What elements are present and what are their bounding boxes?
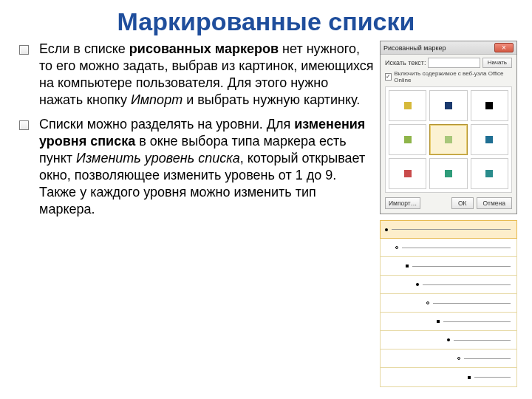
change-list-level-panel [380, 220, 517, 387]
marker-swatch-icon [485, 170, 493, 177]
text-span: Списки можно разделять на уровни. Для [39, 117, 294, 132]
bullet-marker-icon [19, 120, 29, 130]
marker-cell[interactable] [471, 158, 508, 189]
level-row[interactable] [381, 257, 516, 276]
marker-swatch-icon [485, 102, 493, 109]
dialog-body: Искать текст: Начать ✓ Включить содержим… [381, 55, 516, 214]
marker-swatch-icon [404, 136, 412, 143]
marker-cell[interactable] [471, 90, 508, 121]
level-line [412, 266, 511, 267]
level-bullet-icon [406, 265, 409, 267]
import-button[interactable]: Импорт… [385, 197, 420, 209]
slide-title: Маркированные списки [0, 0, 532, 41]
marker-swatch-icon [485, 136, 493, 143]
dialog-title: Рисованный маркер [383, 44, 446, 52]
search-input[interactable] [428, 58, 480, 68]
level-bullet-icon [457, 357, 460, 360]
level-bullet-icon [385, 228, 388, 231]
bullet-item-1: Если в списке рисованных маркеров нет ну… [19, 41, 375, 109]
level-row[interactable] [381, 313, 516, 331]
level-bullet-icon [395, 246, 398, 249]
level-line [464, 358, 511, 359]
marker-cell[interactable] [471, 124, 508, 155]
marker-swatch-icon [445, 170, 452, 177]
close-icon[interactable]: × [494, 43, 514, 52]
level-bullet-icon [437, 320, 440, 323]
level-bullet-icon [416, 283, 419, 286]
bullet-item-2: Списки можно разделять на уровни. Для из… [19, 116, 375, 218]
text-italic: Изменить уровень списка [76, 151, 240, 166]
marker-swatch-icon [404, 170, 412, 177]
marker-cell[interactable] [429, 124, 467, 155]
marker-swatch-icon [404, 102, 412, 109]
cancel-button[interactable]: Отмена [477, 197, 513, 209]
checkbox-label: Включить содержимое с веб-узла Office On… [394, 70, 512, 83]
level-row[interactable] [381, 368, 516, 386]
search-go-button[interactable]: Начать [482, 58, 512, 68]
level-line [423, 284, 511, 285]
level-bullet-icon [426, 301, 429, 304]
level-line [433, 303, 511, 304]
text-bold: рисованных маркеров [129, 41, 279, 56]
level-line [392, 229, 511, 230]
marker-cell[interactable] [429, 90, 467, 121]
level-row[interactable] [381, 239, 516, 257]
marker-cell[interactable] [389, 158, 426, 189]
level-row[interactable] [381, 294, 516, 313]
text-column: Если в списке рисованных маркеров нет ну… [19, 41, 380, 387]
marker-swatch-icon [445, 102, 452, 109]
search-label: Искать текст: [385, 59, 426, 66]
level-row[interactable] [380, 220, 517, 239]
level-line [474, 377, 511, 378]
marker-cell[interactable] [389, 124, 426, 155]
dialog-button-row: Импорт… ОК Отмена [385, 197, 512, 209]
level-row[interactable] [381, 349, 516, 368]
search-row: Искать текст: Начать [385, 58, 512, 68]
marker-cell[interactable] [389, 90, 426, 121]
bullet-text-1: Если в списке рисованных маркеров нет ну… [39, 41, 375, 109]
ok-button[interactable]: ОК [451, 197, 474, 209]
level-bullet-icon [468, 376, 471, 379]
level-row[interactable] [381, 276, 516, 294]
picture-bullet-dialog: Рисованный маркер × Искать текст: Начать… [380, 41, 517, 214]
text-span: Если в списке [39, 41, 129, 56]
level-row[interactable] [381, 331, 516, 349]
text-italic: Импорт [131, 92, 183, 107]
level-line [402, 248, 511, 248]
include-online-row: ✓ Включить содержимое с веб-узла Office … [385, 70, 512, 83]
marker-grid [385, 86, 512, 193]
illustrations-column: Рисованный маркер × Искать текст: Начать… [380, 41, 517, 387]
bullet-text-2: Списки можно разделять на уровни. Для из… [39, 116, 375, 218]
dialog-titlebar: Рисованный маркер × [381, 41, 516, 55]
checkbox-icon[interactable]: ✓ [385, 73, 392, 81]
level-line [443, 321, 511, 322]
text-span: и выбрать нужную картинку. [183, 92, 360, 107]
level-bullet-icon [447, 338, 450, 341]
level-line [454, 340, 511, 341]
marker-swatch-icon [445, 136, 452, 143]
content-row: Если в списке рисованных маркеров нет ну… [0, 41, 532, 387]
marker-cell[interactable] [429, 158, 467, 189]
bullet-marker-icon [19, 45, 29, 55]
